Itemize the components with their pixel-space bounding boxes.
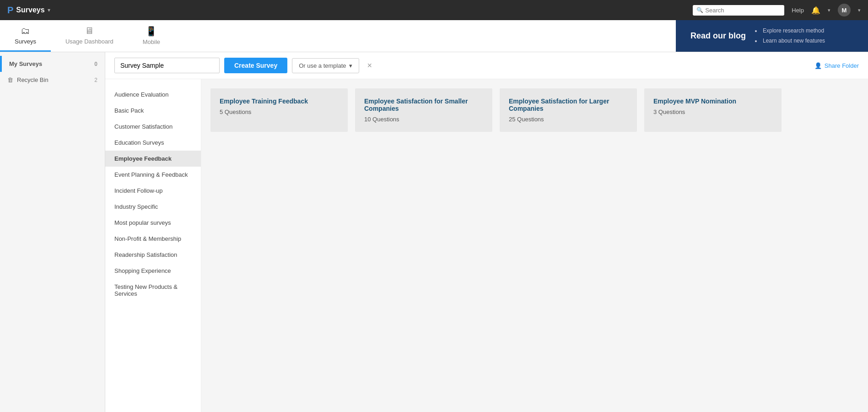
template-card-employee-training-feedback[interactable]: Employee Training Feedback 5 Questions — [210, 88, 348, 132]
user-avatar[interactable]: M — [838, 4, 851, 16]
recycle-bin-label: Recycle Bin — [17, 76, 49, 83]
recycle-bin-count: 2 — [94, 77, 97, 83]
close-button[interactable]: × — [364, 59, 376, 72]
my-surveys-count: 0 — [94, 61, 97, 67]
content-panel: Create Survey Or use a template ▾ × 👤 Sh… — [105, 52, 868, 412]
category-readership[interactable]: Readership Satisfaction — [105, 247, 201, 263]
bell-dropdown-arrow[interactable]: ▾ — [828, 7, 830, 13]
template-cards-area: Employee Training Feedback 5 Questions E… — [201, 79, 868, 412]
survey-name-input[interactable] — [114, 58, 220, 73]
template-card-questions-2: 25 Questions — [509, 116, 628, 123]
top-navigation: P Surveys ▾ 🔍 Help 🔔 ▾ M ▾ — [0, 0, 868, 20]
surveys-tab-label: Surveys — [15, 38, 36, 45]
blog-bullet-2: Learn about new features — [755, 36, 825, 46]
category-audience-evaluation[interactable]: Audience Evaluation — [105, 87, 201, 103]
category-education-surveys[interactable]: Education Surveys — [105, 135, 201, 151]
template-categories: Audience Evaluation Basic Pack Customer … — [105, 79, 201, 412]
sidebar-recycle-bin[interactable]: 🗑 Recycle Bin 2 — [0, 72, 105, 88]
category-event-planning[interactable]: Event Planning & Feedback — [105, 167, 201, 183]
category-most-popular[interactable]: Most popular surveys — [105, 215, 201, 231]
app-title[interactable]: Surveys — [16, 6, 44, 14]
tab-mobile[interactable]: 📱 Mobile — [128, 20, 175, 52]
template-card-questions-0: 5 Questions — [220, 108, 339, 115]
use-template-button[interactable]: Or use a template ▾ — [292, 58, 359, 73]
brand-logo: P — [7, 5, 13, 16]
user-dropdown-arrow[interactable]: ▾ — [858, 7, 861, 13]
category-non-profit[interactable]: Non-Profit & Membership — [105, 231, 201, 247]
tab-bar: 🗂 Surveys 🖥 Usage Dashboard 📱 Mobile Rea… — [0, 20, 868, 52]
template-card-title-3: Employee MVP Nomination — [653, 98, 772, 105]
category-shopping[interactable]: Shopping Experience — [105, 263, 201, 279]
blog-banner[interactable]: Read our blog Explore research method Le… — [676, 20, 868, 52]
toolbar: Create Survey Or use a template ▾ × 👤 Sh… — [105, 52, 868, 79]
usage-dashboard-tab-icon: 🖥 — [85, 26, 94, 36]
template-card-questions-3: 3 Questions — [653, 108, 772, 115]
search-input[interactable] — [705, 7, 781, 14]
help-link[interactable]: Help — [792, 7, 804, 14]
use-template-label: Or use a template — [299, 62, 346, 69]
template-card-employee-satisfaction-smaller[interactable]: Employee Satisfaction for Smaller Compan… — [355, 88, 492, 132]
sidebar-my-surveys[interactable]: My Surveys 0 — [0, 56, 105, 72]
template-card-title-1: Employee Satisfaction for Smaller Compan… — [364, 98, 483, 112]
notification-bell-icon[interactable]: 🔔 — [811, 6, 820, 15]
search-icon: 🔍 — [696, 7, 703, 13]
recycle-bin-icon: 🗑 — [7, 76, 13, 83]
surveys-tab-icon: 🗂 — [21, 26, 30, 36]
share-folder-button[interactable]: 👤 Share Folder — [814, 62, 859, 69]
usage-dashboard-tab-label: Usage Dashboard — [65, 38, 113, 45]
share-folder-person-icon: 👤 — [814, 62, 822, 69]
category-basic-pack[interactable]: Basic Pack — [105, 103, 201, 119]
use-template-arrow-icon: ▾ — [349, 62, 352, 69]
template-card-employee-mvp-nomination[interactable]: Employee MVP Nomination 3 Questions — [644, 88, 782, 132]
search-box[interactable]: 🔍 — [693, 5, 784, 16]
mobile-tab-label: Mobile — [143, 38, 160, 45]
blog-banner-title: Read our blog — [690, 31, 746, 41]
create-survey-button[interactable]: Create Survey — [224, 58, 287, 73]
template-card-title-2: Employee Satisfaction for Larger Compani… — [509, 98, 628, 112]
template-card-questions-1: 10 Questions — [364, 116, 483, 123]
category-incident-followup[interactable]: Incident Follow-up — [105, 183, 201, 199]
app-dropdown-arrow[interactable]: ▾ — [48, 7, 50, 13]
template-card-employee-satisfaction-larger[interactable]: Employee Satisfaction for Larger Compani… — [500, 88, 637, 132]
tab-bar-left: 🗂 Surveys 🖥 Usage Dashboard 📱 Mobile — [0, 20, 676, 52]
main-area: My Surveys 0 🗑 Recycle Bin 2 Create Surv… — [0, 52, 868, 412]
template-browser: Audience Evaluation Basic Pack Customer … — [105, 79, 868, 412]
nav-right: 🔍 Help 🔔 ▾ M ▾ — [693, 4, 861, 16]
category-testing-new-products[interactable]: Testing New Products & Services — [105, 279, 201, 302]
tab-usage-dashboard[interactable]: 🖥 Usage Dashboard — [51, 20, 128, 52]
category-employee-feedback[interactable]: Employee Feedback — [105, 151, 201, 167]
tab-surveys[interactable]: 🗂 Surveys — [0, 20, 51, 52]
my-surveys-label: My Surveys — [9, 60, 42, 67]
nav-brand: P Surveys ▾ — [7, 5, 50, 16]
share-folder-label: Share Folder — [825, 62, 859, 69]
blog-bullet-1: Explore research method — [755, 26, 825, 36]
category-industry-specific[interactable]: Industry Specific — [105, 199, 201, 215]
category-customer-satisfaction[interactable]: Customer Satisfaction — [105, 119, 201, 135]
sidebar: My Surveys 0 🗑 Recycle Bin 2 — [0, 52, 105, 412]
mobile-tab-icon: 📱 — [146, 26, 157, 37]
template-card-title-0: Employee Training Feedback — [220, 98, 339, 105]
blog-banner-bullets: Explore research method Learn about new … — [755, 26, 825, 46]
